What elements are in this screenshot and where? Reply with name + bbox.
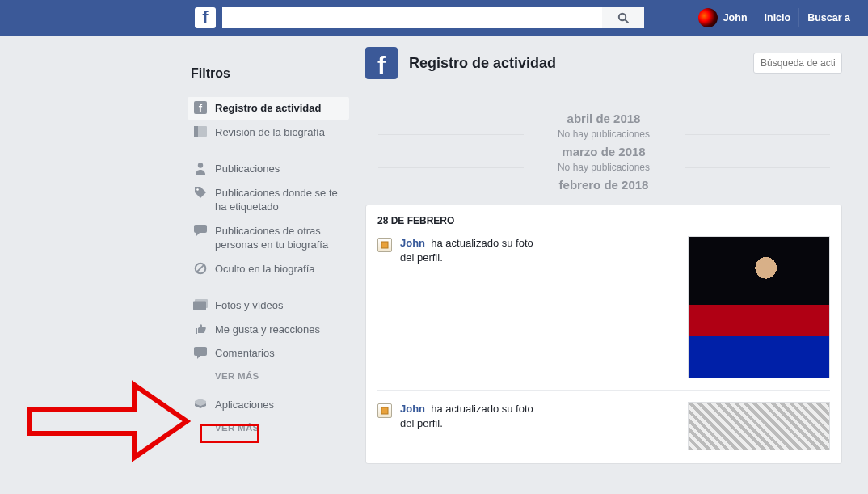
sidebar-item-label: Publicaciones donde se te ha etiquetado xyxy=(215,186,344,214)
profile-photo-update-icon xyxy=(377,238,392,252)
hidden-icon xyxy=(192,262,209,275)
sidebar-item-comments[interactable]: Comentarios xyxy=(188,342,349,365)
card-date-header: 28 DE FEBRERO xyxy=(377,215,830,226)
main-column: f Registro de actividad abril de 2018 No… xyxy=(365,36,842,464)
sidebar-item-posts[interactable]: Publicaciones xyxy=(188,158,349,180)
review-icon xyxy=(192,125,209,138)
sidebar-item-label: Oculto en la biografía xyxy=(215,262,344,277)
month-label: febrero de 2018 xyxy=(365,178,842,192)
entry-thumbnail[interactable] xyxy=(688,402,830,450)
sidebar-item-label: Fotos y vídeos xyxy=(215,298,344,313)
sidebar-item-label: Aplicaciones xyxy=(215,398,344,412)
svg-rect-15 xyxy=(381,407,388,414)
see-more-2[interactable]: VER MÁS xyxy=(188,418,349,439)
sidebar-item-label: Revisión de la biografía xyxy=(215,125,344,140)
sidebar-item-label: Me gusta y reacciones xyxy=(215,323,344,337)
entry-text-1: ha actualizado su foto xyxy=(431,237,533,249)
entry-text-1: ha actualizado su foto xyxy=(431,403,533,415)
user-name: John xyxy=(723,12,748,23)
activity-search-input[interactable] xyxy=(753,53,842,74)
svg-line-10 xyxy=(197,264,204,272)
entry-thumbnail[interactable] xyxy=(688,236,830,378)
search-button[interactable] xyxy=(602,7,644,28)
sidebar-item-hidden[interactable]: Oculto en la biografía xyxy=(188,258,349,281)
svg-point-7 xyxy=(196,188,199,191)
activity-card: 28 DE FEBRERO John ha actualizado su fot… xyxy=(365,205,842,464)
facebook-icon: f xyxy=(192,101,209,114)
person-icon xyxy=(192,162,209,175)
nav-search-friends[interactable]: Buscar a xyxy=(798,8,858,27)
sidebar-item-apps[interactable]: Aplicaciones xyxy=(188,394,349,416)
entry-user-link[interactable]: John xyxy=(400,237,425,249)
svg-rect-13 xyxy=(194,347,207,356)
activity-entry: John ha actualizado su foto del perfil. xyxy=(377,236,830,378)
facebook-square-icon: f xyxy=(365,47,398,79)
topbar: f John Inicio Buscar a xyxy=(0,0,868,36)
svg-line-1 xyxy=(625,19,628,23)
svg-point-6 xyxy=(198,163,203,167)
month-label: abril de 2018 xyxy=(365,112,842,125)
entry-user-link[interactable]: John xyxy=(400,403,425,415)
facebook-logo-icon[interactable]: f xyxy=(195,7,216,28)
page-title: Registro de actividad xyxy=(409,55,556,72)
sidebar-item-activity-log[interactable]: f Registro de actividad xyxy=(188,97,349,120)
comment-icon xyxy=(192,346,209,359)
timeline-empty-months: abril de 2018 No hay publicaciones marzo… xyxy=(365,87,842,200)
apps-icon xyxy=(192,398,209,411)
svg-text:f: f xyxy=(199,102,203,114)
activity-entry: John ha actualizado su foto del perfil. xyxy=(377,390,830,450)
avatar xyxy=(698,8,718,27)
search-icon xyxy=(617,11,630,24)
sidebar: Filtros f Registro de actividad Revisión… xyxy=(188,36,349,464)
svg-rect-14 xyxy=(381,242,388,248)
entry-text-2: del perfil. xyxy=(400,417,443,429)
tag-icon xyxy=(192,186,209,199)
sidebar-item-label: Publicaciones xyxy=(215,162,344,176)
like-icon xyxy=(192,323,209,336)
sidebar-item-label: Publicaciones de otras personas en tu bi… xyxy=(215,224,344,252)
sidebar-item-label: Registro de actividad xyxy=(215,101,344,116)
sidebar-item-likes[interactable]: Me gusta y reacciones xyxy=(188,319,349,341)
nav-home[interactable]: Inicio xyxy=(756,8,799,27)
sidebar-item-photos[interactable]: Fotos y vídeos xyxy=(188,294,349,317)
sidebar-item-tagged[interactable]: Publicaciones donde se te ha etiquetado xyxy=(188,182,349,218)
entry-text-2: del perfil. xyxy=(400,251,443,264)
filters-title: Filtros xyxy=(191,66,349,81)
sidebar-item-others-posts[interactable]: Publicaciones de otras personas en tu bi… xyxy=(188,220,349,256)
no-posts-label: No hay publicaciones xyxy=(365,129,842,140)
svg-rect-12 xyxy=(193,302,206,310)
profile-link[interactable]: John xyxy=(690,8,756,27)
svg-rect-5 xyxy=(194,126,198,137)
comment-box-icon xyxy=(192,224,209,237)
month-label: marzo de 2018 xyxy=(365,145,842,158)
sidebar-item-label: Comentarios xyxy=(215,346,344,361)
sidebar-item-timeline-review[interactable]: Revisión de la biografía xyxy=(188,121,349,144)
search-input[interactable] xyxy=(222,7,602,28)
profile-photo-update-icon xyxy=(377,403,392,418)
no-posts-label: No hay publicaciones xyxy=(365,162,842,173)
svg-rect-8 xyxy=(194,225,207,233)
see-more-1[interactable]: VER MÁS xyxy=(188,366,349,387)
photos-icon xyxy=(192,298,209,311)
